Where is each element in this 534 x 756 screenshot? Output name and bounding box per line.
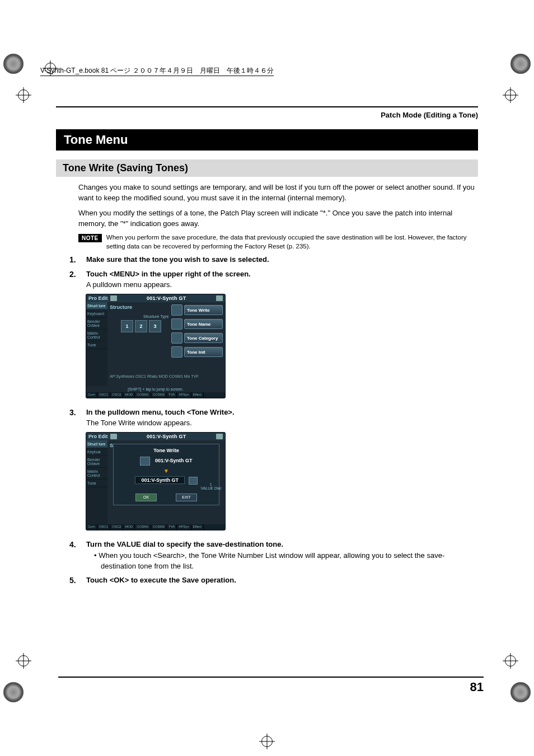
section-title-bar: Tone Menu [56, 129, 478, 151]
step-4-bullet: • When you touch <Search>, the Tone Writ… [94, 551, 478, 571]
page-bottom-rule [58, 677, 484, 678]
step-1-number: 1. [69, 255, 79, 264]
sidebar-item-structure[interactable]: Struct ture [86, 440, 107, 448]
ok-button[interactable]: OK [135, 494, 157, 501]
menu-tone-write[interactable]: Tone Write [184, 305, 223, 315]
patch-icon [110, 434, 117, 439]
init-icon[interactable] [171, 346, 182, 358]
sidebar-item-tune[interactable]: Tune [86, 480, 107, 487]
structure-box-3[interactable]: 3 [149, 320, 161, 332]
registration-mark-icon [18, 655, 29, 666]
category-icon[interactable] [171, 332, 182, 344]
screenshot-pulldown-menu: Pro Edit 001:V-Synth GT Struct ture Keyb… [86, 294, 478, 398]
screen2-title-left: Pro Edit [88, 434, 108, 439]
tone-write-dialog: Tone Write 001:V-Synth GT ▼ 001:V-Synth … [113, 444, 219, 505]
patch-icon [110, 295, 117, 301]
screen1-lower-labels: AP:Syntheses OSC1 Rhatu MOD COSM1 Mix TV… [110, 374, 223, 378]
save-disk-icon[interactable] [171, 304, 182, 316]
registration-mark-icon [505, 90, 516, 101]
search-icon[interactable] [189, 477, 198, 485]
sidebar-item-keyboard[interactable]: Keyboa [86, 448, 107, 456]
value-dial-hint: 1 VALUE Dial [201, 482, 221, 490]
menu-icon[interactable] [216, 295, 223, 301]
menu-tone-category[interactable]: Tone Category [184, 333, 223, 343]
screen1-sidebar: Struct ture Keyboard Bender Octave Matri… [86, 302, 107, 386]
menu-icon[interactable] [216, 434, 223, 439]
exit-button[interactable]: EXIT [176, 494, 197, 501]
book-filename: V-Synth-GT_e.book 81 ページ ２００７年４月９日 月曜日 午… [40, 67, 274, 76]
step-2-desc: A pulldown menu appears. [86, 280, 478, 289]
page-top-rule [56, 106, 478, 107]
sidebar-item-tune[interactable]: Tune [86, 341, 107, 349]
structure-box-1[interactable]: 1 [121, 320, 133, 332]
tone-pulldown-menu: Tone Write Tone Name Tone Category [171, 304, 223, 358]
screen2-sidebar: Struct ture Keyboa Bender Octave Matrix … [86, 440, 107, 524]
screen1-title-left: Pro Edit [88, 295, 108, 301]
sidebar-item-keyboard[interactable]: Keyboard [86, 310, 107, 318]
crop-ornament-br [510, 682, 531, 702]
crop-ornament-tr [510, 54, 531, 74]
step-3-desc: The Tone Write window appears. [86, 419, 478, 427]
sidebar-item-bender[interactable]: Bender Octave [86, 456, 107, 468]
subsection-title-bar: Tone Write (Saving Tones) [56, 159, 478, 177]
step-3-number: 3. [69, 408, 79, 417]
screen1-footer: Com OSC1 OSC2 MOD COSM1 COSM2 TVA APSyn … [86, 392, 225, 398]
structure-type-caption: Structure Type [143, 314, 168, 318]
intro-paragraph-2: When you modify the settings of a tone, … [78, 208, 478, 229]
destination-tone-field[interactable]: 001:V-Synth GT [135, 476, 185, 484]
step-1-title: Make sure that the tone you wish to save… [86, 255, 269, 264]
book-header-line: V-Synth-GT_e.book 81 ページ ２００７年４月９日 月曜日 午… [40, 66, 494, 76]
page-number: 81 [439, 680, 484, 694]
screen1-hint: [SHIFT] + tap to jump to screen. [86, 386, 225, 392]
letter-a-icon[interactable] [171, 318, 182, 330]
step-2-number: 2. [69, 270, 79, 279]
step-2-title: Touch <MENU> in the upper right of the s… [86, 270, 251, 278]
sidebar-item-matrix[interactable]: Matrix Control [86, 468, 107, 480]
step-5-title: Touch <OK> to execute the Save operation… [86, 576, 236, 584]
tone-write-dialog-title: Tone Write [117, 448, 216, 453]
screen1-title-center: 001:V-Synth GT [119, 295, 214, 301]
screen2-footer: Com OSC1 OSC2 MOD COSM1 COSM2 TVA APSyn … [86, 524, 225, 530]
menu-tone-name[interactable]: Tone Name [184, 319, 223, 329]
sidebar-item-structure[interactable]: Struct ture [86, 302, 107, 310]
menu-tone-init[interactable]: Tone Init [184, 347, 223, 357]
page-section-heading: Patch Mode (Editing a Tone) [56, 111, 478, 119]
save-disk-icon [140, 457, 150, 466]
note-text: When you perform the save procedure, the… [106, 233, 478, 251]
intro-paragraph-1: Changes you make to sound settings are t… [78, 182, 478, 204]
source-tone-name: 001:V-Synth GT [155, 458, 193, 464]
step-3-title: In the pulldown menu, touch <Tone Write>… [86, 408, 235, 416]
registration-mark-icon [505, 655, 516, 666]
screenshot-tone-write-window: Pro Edit 001:V-Synth GT Struct ture Keyb… [86, 433, 478, 530]
crop-ornament-tl [3, 54, 24, 74]
sidebar-item-matrix[interactable]: Matrix Control [86, 330, 107, 341]
registration-mark-icon [261, 736, 273, 747]
structure-box-2[interactable]: 2 [135, 320, 147, 332]
step-4-title: Turn the VALUE dial to specify the save-… [86, 540, 283, 548]
crop-ornament-bl [3, 682, 24, 702]
screen2-title-center: 001:V-Synth GT [119, 434, 214, 439]
step-5-number: 5. [69, 576, 79, 585]
sidebar-item-bender[interactable]: Bender Octave [86, 318, 107, 330]
note-badge: NOTE [78, 234, 102, 242]
arrow-down-icon: ▼ [163, 468, 169, 474]
step-4-number: 4. [69, 540, 79, 549]
registration-mark-icon [18, 90, 29, 101]
